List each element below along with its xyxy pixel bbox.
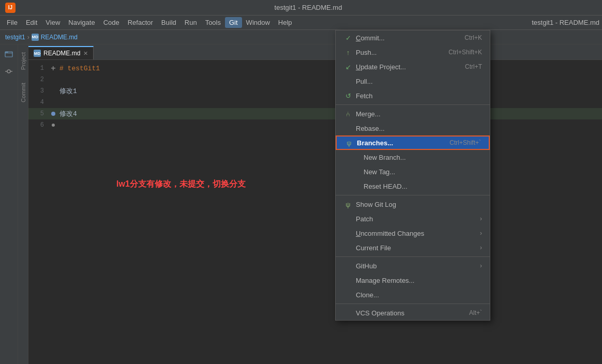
- line-number-2: 2: [28, 76, 49, 83]
- menu-tools[interactable]: Tools: [201, 17, 225, 28]
- app-icon: IJ: [5, 3, 16, 13]
- git-menu-rebase[interactable]: Rebase...: [336, 121, 490, 135]
- git-menu-clone-label: Clone...: [356, 291, 379, 299]
- git-menu-new-tag-label: New Tag...: [364, 168, 395, 176]
- title-bar: IJ testgit1 - README.md: [0, 0, 602, 16]
- breadcrumb-file[interactable]: README.md: [41, 34, 78, 41]
- annotation-text: lw1分支有修改，未提交，切换分支: [116, 179, 246, 190]
- main-layout: Project Commit MD README.md ✕ 1 # testGi…: [0, 44, 602, 364]
- line-gutter-5: [49, 112, 57, 116]
- code-line-1: 1 # testGit1: [28, 63, 602, 74]
- separator-2: [336, 195, 490, 195]
- line-gutter-1: [49, 66, 57, 71]
- git-menu-clone[interactable]: Clone...: [336, 287, 490, 302]
- log-icon: ψ: [343, 201, 353, 208]
- title-inline: testgit1 - README.md: [532, 19, 599, 26]
- tab-label: README.md: [43, 50, 80, 57]
- editor-tab-readme[interactable]: MD README.md ✕: [28, 46, 94, 59]
- update-shortcut: Ctrl+T: [465, 63, 482, 70]
- menu-refactor[interactable]: Refactor: [124, 17, 157, 28]
- line-content-1: # testGit1: [57, 65, 100, 72]
- git-menu-push[interactable]: ↑ Push... Ctrl+Shift+K: [336, 45, 490, 59]
- git-menu-manage-remotes-label: Manage Remotes...: [356, 277, 414, 284]
- commit-shortcut: Ctrl+K: [464, 34, 482, 41]
- line-number-1: 1: [28, 65, 49, 72]
- git-menu-reset-head-label: Reset HEAD...: [364, 183, 408, 190]
- check-icon: ✓: [343, 34, 353, 42]
- git-menu-new-tag[interactable]: New Tag...: [336, 164, 490, 179]
- breadcrumb-project[interactable]: testgit1: [5, 34, 25, 41]
- git-menu-merge[interactable]: ⑃ Merge...: [336, 107, 490, 121]
- current-file-submenu-arrow: ›: [480, 244, 482, 251]
- breadcrumb-sep: ›: [27, 34, 29, 41]
- line-content-3: 修改1: [57, 86, 77, 96]
- patch-submenu-arrow: ›: [480, 215, 482, 222]
- git-menu-pull-label: Pull...: [356, 78, 373, 85]
- git-menu-commit-label: Commit...: [356, 34, 385, 42]
- git-menu-show-log[interactable]: ψ Show Git Log: [336, 197, 490, 211]
- git-menu-update[interactable]: ↙ Update Project... Ctrl+T: [336, 59, 490, 74]
- menu-file[interactable]: File: [3, 17, 22, 28]
- commit-sidebar-icon[interactable]: [2, 64, 16, 79]
- menu-code[interactable]: Code: [99, 17, 124, 28]
- code-line-4: 4: [28, 97, 602, 108]
- editor-content: 1 # testGit1 2 3 修改1 4: [28, 60, 602, 364]
- menu-window[interactable]: Window: [242, 17, 274, 28]
- menu-bar: File Edit View Navigate Code Refactor Bu…: [0, 16, 602, 30]
- git-menu-current-file-label: Current File: [356, 244, 391, 252]
- git-menu-pull[interactable]: Pull...: [336, 74, 490, 88]
- line-number-4: 4: [28, 99, 49, 106]
- window-title: testgit1 - README.md: [20, 4, 597, 11]
- git-menu-update-label: Update Project...: [356, 63, 406, 71]
- git-menu-vcs-operations[interactable]: VCS Operations Alt+`: [336, 306, 490, 320]
- git-menu-new-branch[interactable]: New Branch...: [336, 150, 490, 164]
- fetch-icon: ↺: [343, 92, 353, 100]
- git-menu-branches[interactable]: ψ Branches... Ctrl+Shift+`: [336, 135, 490, 150]
- separator-4: [336, 304, 490, 304]
- git-menu-branches-label: Branches...: [357, 139, 393, 147]
- editor-tabs: MD README.md ✕: [28, 44, 602, 60]
- git-menu-github[interactable]: GitHub ›: [336, 259, 490, 273]
- git-menu-current-file[interactable]: Current File ›: [336, 240, 490, 255]
- line-number-3: 3: [28, 87, 49, 95]
- tab-close-button[interactable]: ✕: [83, 50, 88, 57]
- menu-run[interactable]: Run: [180, 17, 201, 28]
- git-menu-manage-remotes[interactable]: Manage Remotes...: [336, 273, 490, 287]
- menu-view[interactable]: View: [41, 17, 64, 28]
- menu-help[interactable]: Help: [274, 17, 296, 28]
- git-menu-github-label: GitHub: [356, 262, 377, 270]
- git-dropdown-menu: ✓ Commit... Ctrl+K ↑ Push... Ctrl+Shift+…: [335, 30, 490, 321]
- uncommitted-submenu-arrow: ›: [480, 230, 482, 237]
- editor-area: MD README.md ✕ 1 # testGit1 2: [28, 44, 602, 364]
- merge-icon: ⑃: [343, 110, 353, 118]
- branch-icon: ψ: [344, 139, 354, 147]
- code-line-3: 3 修改1: [28, 85, 602, 97]
- git-menu-fetch-label: Fetch: [356, 92, 373, 100]
- project-vert-label[interactable]: Project: [19, 50, 27, 72]
- line-number-5: 5: [28, 110, 49, 117]
- git-menu-fetch[interactable]: ↺ Fetch: [336, 88, 490, 103]
- breadcrumb-file-icon: MD: [32, 34, 39, 41]
- menu-edit[interactable]: Edit: [22, 17, 41, 28]
- separator-1: [336, 104, 490, 105]
- git-menu-uncommitted-label: Uncommitted Changes: [356, 230, 424, 237]
- git-menu-vcs-operations-label: VCS Operations: [356, 309, 404, 317]
- git-menu-uncommitted[interactable]: Uncommitted Changes ›: [336, 226, 490, 240]
- code-line-5: 5 修改4: [28, 108, 602, 119]
- project-sidebar-icon[interactable]: [2, 47, 16, 62]
- breadcrumb: testgit1 › MD README.md: [0, 30, 602, 44]
- menu-navigate[interactable]: Navigate: [64, 17, 99, 28]
- git-menu-patch-label: Patch: [356, 215, 373, 223]
- git-menu-reset-head[interactable]: Reset HEAD...: [336, 179, 490, 193]
- svg-rect-2: [5, 53, 12, 53]
- git-menu-commit[interactable]: ✓ Commit... Ctrl+K: [336, 31, 490, 45]
- git-menu-patch[interactable]: Patch ›: [336, 211, 490, 226]
- svg-point-3: [7, 70, 10, 73]
- push-icon: ↑: [343, 49, 353, 56]
- menu-git[interactable]: Git: [225, 17, 242, 28]
- update-icon: ↙: [343, 63, 353, 71]
- commit-vert-label[interactable]: Commit: [19, 80, 27, 105]
- git-menu-merge-label: Merge...: [356, 110, 381, 118]
- left-sidebar: [0, 44, 18, 364]
- menu-build[interactable]: Build: [157, 17, 180, 28]
